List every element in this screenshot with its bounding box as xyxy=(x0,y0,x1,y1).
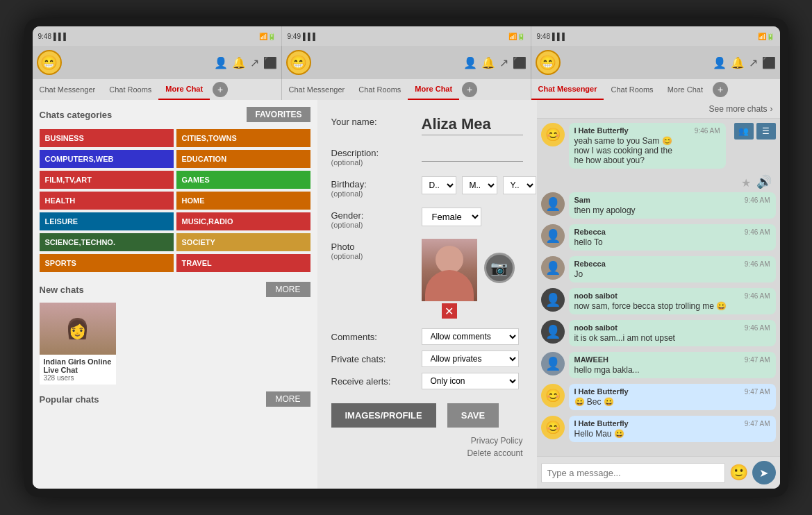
msg-name-noob-2: noob saibot xyxy=(574,323,618,332)
cat-health[interactable]: HEALTH xyxy=(40,192,174,210)
cat-education[interactable]: EDUCATION xyxy=(176,150,310,168)
share-icon-2[interactable]: ↗ xyxy=(499,56,508,69)
exit-icon-2[interactable]: ⬛ xyxy=(513,56,527,69)
cat-leisure[interactable]: LEISURE xyxy=(40,212,174,230)
msg-avatar-noob-1: 👤 xyxy=(541,288,565,312)
chat-card-image: 👩 xyxy=(40,303,116,355)
share-icon-3[interactable]: ↗ xyxy=(749,56,758,69)
share-icon-1[interactable]: ↗ xyxy=(250,56,259,69)
msg-time-butterfly-2: 9:47 AM xyxy=(745,388,770,396)
msg-name-sam: Sam xyxy=(574,196,590,204)
chat-message-butterfly-2: 😊 I Hate Butterfly 9:47 AM 😀 Bec 😀 xyxy=(541,384,776,410)
bell-icon-1[interactable]: 🔔 xyxy=(232,56,246,69)
chat-text-input[interactable] xyxy=(541,463,725,483)
bell-icon-3[interactable]: 🔔 xyxy=(731,56,745,69)
images-profile-button[interactable]: IMAGES/PROFILE xyxy=(331,403,436,428)
tab-nav-chat-messenger-2[interactable]: Chat Messenger xyxy=(282,79,352,100)
emoji-picker-button[interactable]: 🙂 xyxy=(729,464,748,482)
chat-messages: 😊 I Hate Butterfly 9:46 AM yeah same to … xyxy=(537,119,780,456)
time-2: 9:49 xyxy=(288,33,301,40)
popular-chats-more-button[interactable]: MORE xyxy=(266,391,310,407)
bell-icon-2[interactable]: 🔔 xyxy=(481,56,495,69)
msg-list-icon[interactable]: ☰ xyxy=(756,123,776,140)
cat-society[interactable]: SOCIETY xyxy=(176,233,310,251)
center-panel: Your name: Description: (optional) xyxy=(317,100,537,489)
see-more-chats-label: See more chats xyxy=(709,104,767,114)
private-chats-select[interactable]: Allow privates No privates xyxy=(422,351,519,367)
cat-film-tv-art[interactable]: FILM,TV,ART xyxy=(40,171,174,189)
description-input[interactable] xyxy=(422,145,523,162)
description-row: Description: (optional) xyxy=(331,145,523,167)
tab-nav-plus-3[interactable]: + xyxy=(713,82,728,97)
tab-nav-chat-messenger-1[interactable]: Chat Messenger xyxy=(33,79,103,100)
cat-sports[interactable]: SPORTS xyxy=(40,254,174,272)
volume-icon[interactable]: 🔊 xyxy=(756,174,772,189)
avatar-icon-1[interactable]: 👤 xyxy=(214,56,228,69)
tab-nav-chat-rooms-3[interactable]: Chat Rooms xyxy=(604,79,660,100)
tab-nav-chat-rooms-2[interactable]: Chat Rooms xyxy=(351,79,408,100)
msg-time-rebecca-1: 9:46 AM xyxy=(745,228,770,236)
tab-nav-more-chat-2[interactable]: More Chat xyxy=(408,79,459,100)
msg-avatar-butterfly-3: 😊 xyxy=(541,416,565,439)
cat-travel[interactable]: TRAVEL xyxy=(176,254,310,272)
msg-avatar-maweeh: 👤 xyxy=(541,352,565,375)
avatar-icon-2[interactable]: 👤 xyxy=(463,56,477,69)
see-more-chats-button[interactable]: See more chats › xyxy=(537,100,780,119)
avatar-icon-3[interactable]: 👤 xyxy=(713,56,727,69)
chat-message-sam: 👤 Sam 9:46 AM then my apology xyxy=(541,192,776,219)
msg-text-rebecca-1: hello To xyxy=(574,237,770,247)
comments-select[interactable]: Allow comments No comments xyxy=(422,328,519,345)
bottom-links: Privacy Policy Delete account xyxy=(331,436,523,458)
birthday-day-select[interactable]: D.. xyxy=(422,176,456,194)
tab-nav-plus-1[interactable]: + xyxy=(213,82,228,97)
save-button[interactable]: SAVE xyxy=(447,403,499,428)
gender-value: Female Male xyxy=(422,208,523,226)
emoji-avatar-3: 😁 xyxy=(536,50,561,75)
time-3: 9:48 xyxy=(537,33,550,40)
chat-message-noob-1: 👤 noob saibot 9:46 AM now sam, force bec… xyxy=(541,288,776,314)
cat-science-techno[interactable]: SCIENCE,TECHNO. xyxy=(40,233,174,251)
photo-delete-button[interactable]: ✕ xyxy=(442,303,457,319)
tab-icons-2: 👤 🔔 ↗ ⬛ xyxy=(463,56,527,69)
cat-business[interactable]: BUSINESS xyxy=(40,129,174,147)
birthday-year-select[interactable]: Y.. xyxy=(503,176,536,194)
photo-preview xyxy=(422,239,477,301)
new-chats-more-button[interactable]: MORE xyxy=(266,282,310,297)
camera-button[interactable]: 📷 xyxy=(484,253,515,283)
privacy-policy-link[interactable]: Privacy Policy xyxy=(331,436,523,446)
categories-grid: BUSINESS CITIES,TOWNS COMPUTERS,WEB EDUC… xyxy=(40,129,310,272)
exit-icon-3[interactable]: ⬛ xyxy=(762,56,776,69)
cat-music-radio[interactable]: MUSIC,RADIO xyxy=(176,212,310,230)
photo-value: ✕ 📷 xyxy=(422,239,523,319)
msg-text-maweeh: hello mga bakla... xyxy=(574,365,770,375)
star-icon[interactable]: ★ xyxy=(741,176,751,189)
receive-alerts-select[interactable]: Only icon Sound None xyxy=(422,373,519,389)
cat-games[interactable]: GAMES xyxy=(176,171,310,189)
delete-account-link[interactable]: Delete account xyxy=(331,448,523,458)
cat-home[interactable]: HOME xyxy=(176,192,310,210)
favorites-button[interactable]: FAVORITES xyxy=(247,107,310,122)
birthday-month-select[interactable]: M.. xyxy=(462,176,497,194)
tab-nav-plus-2[interactable]: + xyxy=(462,82,477,97)
gender-select[interactable]: Female Male xyxy=(422,208,481,226)
chat-input-bar: 🙂 ➤ xyxy=(537,456,780,489)
tab-nav-section-1: Chat Messenger Chat Rooms More Chat + xyxy=(33,79,282,100)
tab-nav-more-chat-1[interactable]: More Chat xyxy=(158,79,210,100)
tab-nav-more-chat-3[interactable]: More Chat xyxy=(661,79,710,100)
chat-card[interactable]: 👩 Indian Girls Online Live Chat 328 user… xyxy=(40,303,116,385)
name-input[interactable] xyxy=(422,114,523,135)
msg-bubble-rebecca-2: Rebecca 9:46 AM Jo xyxy=(569,256,776,282)
exit-icon-1[interactable]: ⬛ xyxy=(263,56,277,69)
tab-nav-chat-rooms-1[interactable]: Chat Rooms xyxy=(102,79,158,100)
chat-card-users: 328 users xyxy=(44,374,112,382)
gender-row: Gender: (optional) Female Male xyxy=(331,208,523,229)
send-button[interactable]: ➤ xyxy=(752,461,776,484)
cat-cities-towns[interactable]: CITIES,TOWNS xyxy=(176,129,310,147)
msg-name-maweeh: MAWEEH xyxy=(574,355,609,364)
tab-nav-chat-messenger-3[interactable]: Chat Messenger xyxy=(531,79,604,100)
msg-group-icon[interactable]: 👥 xyxy=(734,123,754,140)
description-value xyxy=(422,145,523,162)
chat-message-rebecca-1: 👤 Rebecca 9:46 AM hello To xyxy=(541,224,776,251)
birthday-row: Birthday: (optional) D.. M.. Y.. xyxy=(331,176,523,198)
cat-computers-web[interactable]: COMPUTERS,WEB xyxy=(40,150,174,168)
